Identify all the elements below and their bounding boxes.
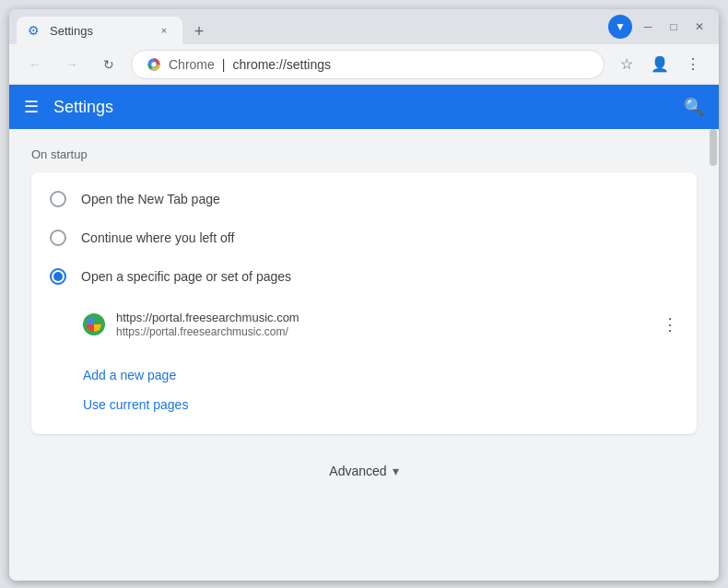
settings-header: ☰ Settings 🔍	[9, 85, 719, 129]
settings-page-title: Settings	[53, 98, 669, 117]
maximize-button[interactable]: □	[662, 15, 686, 39]
chrome-logo-icon	[147, 57, 161, 72]
startup-pages-list: https://portal.freesearchmusic.com https…	[31, 296, 697, 353]
hamburger-menu-button[interactable]: ☰	[24, 97, 39, 117]
radio-continue-label: Continue where you left off	[81, 230, 234, 245]
url-bar[interactable]: Chrome | chrome://settings	[131, 50, 605, 79]
forward-button[interactable]: →	[57, 50, 87, 79]
tab-favicon: ⚙	[28, 23, 42, 38]
radio-specific[interactable]	[50, 268, 66, 285]
tab-strip: ⚙ Settings × +	[17, 9, 608, 44]
address-actions: ☆ 👤 ⋮	[612, 50, 708, 79]
address-separator: |	[222, 57, 226, 72]
favicon-image	[87, 317, 101, 332]
window-controls: ─ □ ✕	[636, 15, 711, 39]
scrollbar-thumb[interactable]	[710, 129, 717, 166]
advanced-label: Advanced	[329, 464, 386, 478]
refresh-button[interactable]: ↻	[94, 50, 123, 79]
profile-dropdown-icon: ▼	[615, 20, 626, 33]
advanced-arrow-icon: ▾	[393, 464, 399, 478]
radio-option-new-tab[interactable]: Open the New Tab page	[31, 180, 697, 218]
startup-actions: Add a new page Use current pages	[31, 353, 697, 427]
radio-continue[interactable]	[50, 229, 66, 246]
bookmark-button[interactable]: ☆	[612, 50, 641, 79]
browser-window: ⚙ Settings × + ▼ ─ □ ✕ ← → ↻ C	[9, 9, 719, 581]
address-url: chrome://settings	[232, 57, 331, 72]
page-menu-button[interactable]: ⋮	[658, 311, 682, 338]
scrollbar-track[interactable]	[708, 129, 719, 581]
page-favicon	[83, 313, 105, 335]
startup-page-item: https://portal.freesearchmusic.com https…	[83, 303, 697, 346]
page-url-primary: https://portal.freesearchmusic.com	[116, 311, 647, 324]
settings-content: PC On startup Open the New Tab page Cont…	[9, 129, 719, 581]
on-startup-section-title: On startup	[31, 147, 697, 161]
address-domain: Chrome	[169, 57, 215, 72]
page-url-info: https://portal.freesearchmusic.com https…	[116, 311, 647, 338]
radio-option-specific[interactable]: Open a specific page or set of pages	[31, 257, 697, 296]
radio-option-continue[interactable]: Continue where you left off	[31, 218, 697, 257]
account-button[interactable]: 👤	[645, 50, 675, 79]
back-button[interactable]: ←	[20, 50, 50, 79]
active-tab[interactable]: ⚙ Settings ×	[17, 17, 182, 44]
new-tab-button[interactable]: +	[186, 18, 212, 44]
radio-specific-label: Open a specific page or set of pages	[81, 269, 291, 284]
browser-menu-button[interactable]: ⋮	[678, 50, 708, 79]
add-new-page-link[interactable]: Add a new page	[83, 360, 697, 390]
radio-new-tab[interactable]	[50, 191, 66, 207]
use-current-pages-link[interactable]: Use current pages	[83, 390, 697, 419]
title-bar: ⚙ Settings × + ▼ ─ □ ✕	[9, 9, 719, 44]
tab-title: Settings	[50, 24, 149, 38]
svg-point-1	[151, 62, 156, 66]
minimize-button[interactable]: ─	[636, 15, 660, 39]
page-url-secondary: https://portal.freesearchmusic.com/	[116, 325, 647, 338]
close-button[interactable]: ✕	[687, 15, 711, 39]
settings-search-button[interactable]: 🔍	[684, 97, 704, 117]
radio-new-tab-label: Open the New Tab page	[81, 192, 220, 206]
address-bar: ← → ↻ Chrome | chrome://settings ☆ 👤 ⋮	[9, 44, 719, 85]
tab-close-button[interactable]: ×	[157, 23, 171, 38]
startup-options-card: Open the New Tab page Continue where you…	[31, 172, 697, 434]
advanced-section[interactable]: Advanced ▾	[31, 449, 697, 493]
profile-icon[interactable]: ▼	[608, 15, 632, 39]
